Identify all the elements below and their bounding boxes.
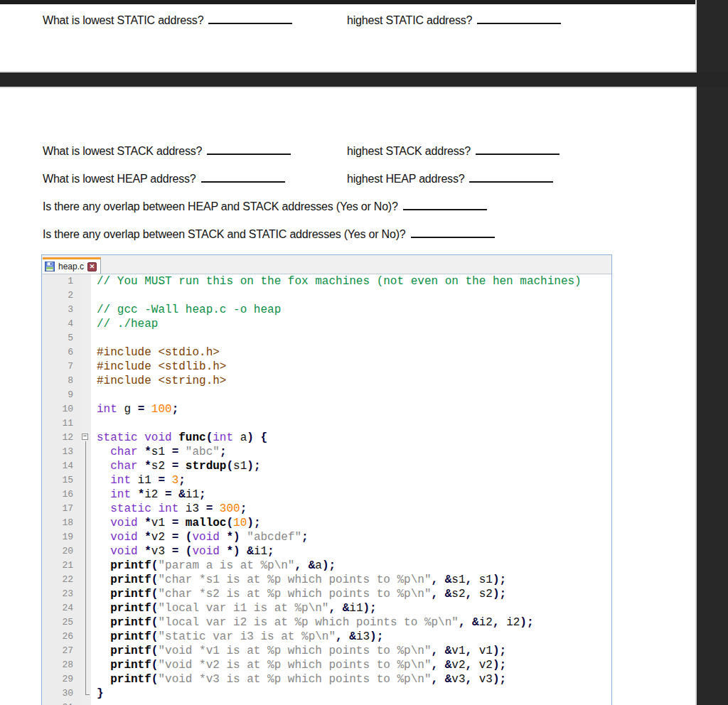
- close-icon[interactable]: ✕: [87, 262, 97, 271]
- code-line[interactable]: 30}: [42, 687, 611, 701]
- fold-margin: [80, 445, 91, 459]
- tab-heap-c[interactable]: heap.c ✕: [43, 257, 101, 274]
- code-text[interactable]: // You MUST run this on the fox machines…: [91, 274, 611, 289]
- code-line[interactable]: 10int g = 100;: [42, 402, 611, 416]
- code-line[interactable]: 6#include <stdio.h>: [42, 345, 611, 360]
- code-text[interactable]: printf("void *v2 is at %p which points t…: [91, 658, 611, 672]
- code-line[interactable]: 27 printf("void *v1 is at %p which point…: [42, 644, 611, 658]
- question-heap-low: What is lowest HEAP address?: [43, 171, 285, 185]
- code-text[interactable]: printf("char *s2 is at %p which points t…: [91, 587, 611, 601]
- code-text[interactable]: static int i3 = 300;: [91, 502, 611, 516]
- code-line[interactable]: 3// gcc -Wall heap.c -o heap: [42, 303, 611, 317]
- fold-margin: [80, 289, 91, 303]
- code-line[interactable]: 29 printf("void *v3 is at %p which point…: [42, 672, 611, 687]
- code-text[interactable]: void *v3 = (void *) &i1;: [91, 544, 611, 559]
- code-line[interactable]: 2: [42, 289, 611, 303]
- code-text[interactable]: char *s1 = "abc";: [91, 445, 611, 459]
- code-text[interactable]: void *v1 = malloc(10);: [91, 516, 611, 530]
- code-lines[interactable]: 1// You MUST run this on the fox machine…: [42, 274, 611, 705]
- code-line[interactable]: 9: [42, 388, 611, 402]
- code-line[interactable]: 25 printf("local var i2 is at %p which p…: [42, 615, 611, 630]
- line-number: 1: [42, 274, 80, 289]
- code-text[interactable]: printf("static var i3 is at %p\n", &i3);: [91, 630, 611, 644]
- code-text[interactable]: #include <stdlib.h>: [91, 360, 611, 374]
- code-line[interactable]: 1// You MUST run this on the fox machine…: [42, 274, 611, 289]
- code-line[interactable]: 19 void *v2 = (void *) "abcdef";: [42, 530, 611, 544]
- code-text[interactable]: printf("void *v3 is at %p which points t…: [91, 672, 611, 687]
- line-number: 26: [42, 630, 80, 644]
- tab-title: heap.c: [58, 262, 85, 271]
- code-text[interactable]: // ./heap: [91, 317, 611, 331]
- code-line[interactable]: 11: [42, 416, 611, 431]
- question-label: Is there any overlap between HEAP and ST…: [43, 200, 398, 212]
- code-text[interactable]: printf("char *s1 is at %p which points t…: [91, 573, 611, 587]
- code-line[interactable]: 5: [42, 331, 611, 345]
- fold-margin: [80, 360, 91, 374]
- code-line[interactable]: 28 printf("void *v2 is at %p which point…: [42, 658, 611, 672]
- line-number: 27: [42, 644, 80, 658]
- code-line[interactable]: 18 void *v1 = malloc(10);: [42, 516, 611, 530]
- question-heap-high: highest HEAP address?: [347, 171, 553, 185]
- code-text[interactable]: int *i2 = &i1;: [91, 488, 611, 502]
- code-line[interactable]: 20 void *v3 = (void *) &i1;: [42, 544, 611, 559]
- code-line[interactable]: 26 printf("static var i3 is at %p\n", &i…: [42, 630, 611, 644]
- question-label: highest STATIC address?: [347, 14, 472, 26]
- code-line[interactable]: 12−static void func(int a) {: [42, 431, 611, 445]
- code-line[interactable]: 23 printf("char *s2 is at %p which point…: [42, 587, 611, 601]
- code-line[interactable]: 14 char *s2 = strdup(s1);: [42, 459, 611, 473]
- code-line[interactable]: 31: [42, 701, 611, 705]
- line-number: 20: [42, 544, 80, 559]
- code-line[interactable]: 21 printf("param a is at %p\n", &a);: [42, 559, 611, 573]
- fold-margin: [80, 701, 91, 705]
- code-text[interactable]: printf("void *v1 is at %p which points t…: [91, 644, 611, 658]
- code-text[interactable]: // gcc -Wall heap.c -o heap: [91, 303, 611, 317]
- line-number: 3: [42, 303, 80, 317]
- line-number: 16: [42, 488, 80, 502]
- code-text[interactable]: [91, 331, 611, 345]
- fold-margin: [80, 687, 91, 701]
- line-number: 10: [42, 402, 80, 416]
- code-text[interactable]: #include <stdio.h>: [91, 345, 611, 360]
- code-line[interactable]: 17 static int i3 = 300;: [42, 502, 611, 516]
- code-text[interactable]: printf("param a is at %p\n", &a);: [91, 559, 611, 573]
- question-label: Is there any overlap between STACK and S…: [43, 228, 406, 240]
- fold-margin: [80, 331, 91, 345]
- fold-margin: [80, 488, 91, 502]
- code-line[interactable]: 22 printf("char *s1 is at %p which point…: [42, 573, 611, 587]
- code-line[interactable]: 16 int *i2 = &i1;: [42, 488, 611, 502]
- viewer-right-panel: [695, 0, 728, 705]
- blank-stack-high: [476, 143, 560, 155]
- page-separator: [0, 72, 728, 87]
- code-line[interactable]: 15 int i1 = 3;: [42, 473, 611, 488]
- code-text[interactable]: printf("local var i1 is at %p\n", &i1);: [91, 601, 611, 615]
- code-line[interactable]: 8#include <string.h>: [42, 374, 611, 388]
- fold-margin: [80, 544, 91, 559]
- code-text[interactable]: [91, 416, 611, 431]
- code-line[interactable]: 13 char *s1 = "abc";: [42, 445, 611, 459]
- code-line[interactable]: 4// ./heap: [42, 317, 611, 331]
- code-text[interactable]: int i1 = 3;: [91, 473, 611, 488]
- code-text[interactable]: char *s2 = strdup(s1);: [91, 459, 611, 473]
- code-text[interactable]: #include <string.h>: [91, 374, 611, 388]
- code-line[interactable]: 7#include <stdlib.h>: [42, 360, 611, 374]
- line-number: 13: [42, 445, 80, 459]
- line-number: 12: [42, 431, 80, 445]
- question-label: What is lowest STATIC address?: [43, 14, 203, 26]
- code-text[interactable]: printf("local var i2 is at %p which poin…: [91, 615, 611, 630]
- question-static-high: highest STATIC address?: [347, 12, 561, 27]
- code-text[interactable]: int g = 100;: [91, 402, 611, 416]
- code-text[interactable]: }: [91, 687, 611, 701]
- page2-top-edge: [0, 87, 695, 88]
- code-text[interactable]: [91, 388, 611, 402]
- code-text[interactable]: static void func(int a) {: [91, 431, 611, 445]
- code-line[interactable]: 24 printf("local var i1 is at %p\n", &i1…: [42, 601, 611, 615]
- line-number: 18: [42, 516, 80, 530]
- code-text[interactable]: [91, 289, 611, 303]
- code-text[interactable]: void *v2 = (void *) "abcdef";: [91, 530, 611, 544]
- code-text[interactable]: [91, 701, 611, 705]
- fold-toggle-icon[interactable]: −: [80, 431, 91, 445]
- blank-static-low: [208, 12, 292, 24]
- fold-collapse-glyph[interactable]: −: [82, 434, 88, 440]
- line-number: 30: [42, 687, 80, 701]
- question-overlap-heap-stack: Is there any overlap between HEAP and ST…: [43, 198, 487, 213]
